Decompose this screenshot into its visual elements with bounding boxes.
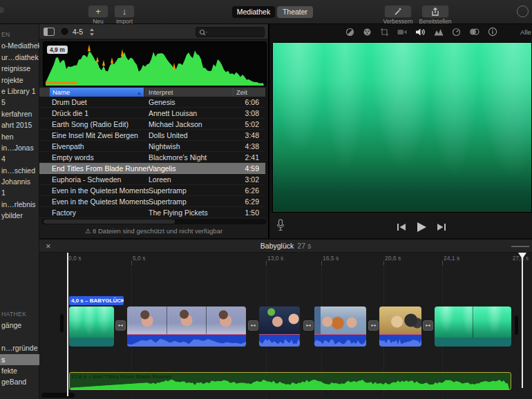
sidebar-item[interactable]: reignisse	[0, 63, 39, 74]
song-name: End Titles From Blade Runner	[52, 163, 149, 174]
import-button[interactable]: ↓	[114, 5, 135, 18]
column-header-interpret[interactable]: Interpret	[149, 88, 173, 97]
timeline-right-scroll-handle[interactable]	[515, 315, 518, 335]
sidebar-item[interactable]: Johannis	[0, 176, 39, 187]
table-row[interactable]: FactoryThe Flying Pickets1:50	[39, 207, 265, 218]
sidebar-item[interactable]	[0, 331, 39, 342]
sidebar-item[interactable]: hen	[0, 131, 39, 142]
song-artist: Supertramp	[149, 196, 187, 207]
new-button[interactable]: +	[88, 5, 108, 18]
timeline-clip-baby-dark[interactable]	[259, 306, 300, 347]
sidebar-item[interactable]: in…rlebnis	[0, 199, 39, 210]
volume-icon[interactable]	[415, 28, 426, 37]
song-name: Earth Song (Radio Edit)	[52, 119, 129, 130]
sidebar-item[interactable]: n…rgründe	[0, 342, 39, 353]
sidebar-item[interactable]: ur…diathek	[0, 52, 39, 63]
song-artist: Blackmore's Night	[149, 152, 207, 163]
table-row[interactable]: End Titles From Blade RunnerVangelis4:59	[39, 163, 265, 174]
table-row[interactable]: Empty wordsBlackmore's Night2:41	[39, 152, 265, 163]
browser-header: 4-5	[39, 24, 268, 39]
video-preview[interactable]	[272, 42, 532, 213]
microphone-icon[interactable]	[276, 219, 285, 233]
skip-forward-icon[interactable]	[437, 223, 446, 231]
timeline-clip-baby-closeup[interactable]	[127, 306, 246, 347]
sidebar-item[interactable]: ahrt 2015	[0, 119, 39, 130]
transition-icon[interactable]: ▸◂	[303, 320, 314, 331]
table-row[interactable]: Drum DuetGenesis6:06	[39, 97, 265, 108]
sidebar-item[interactable]: gänge	[0, 320, 39, 331]
table-row[interactable]: Even in the Quietest MomentsSupertramp6:…	[39, 196, 265, 207]
sidebar-item[interactable]: ybilder	[0, 210, 39, 221]
sidebar-item[interactable]: geBand	[0, 376, 39, 387]
info-icon[interactable]	[488, 27, 497, 37]
sidebar-section-header: HATHEK	[0, 309, 39, 320]
playhead-marker-icon[interactable]	[518, 253, 526, 259]
column-header-name[interactable]: Name ▲	[50, 88, 144, 97]
crop-icon[interactable]	[380, 28, 389, 37]
transition-icon[interactable]: ▸◂	[368, 320, 379, 331]
timeline-header: × Babyglück27 s	[39, 240, 532, 253]
song-duration: 4:38	[245, 141, 259, 152]
playhead[interactable]	[67, 253, 68, 396]
timeline-clip-underwater-2[interactable]	[435, 306, 511, 347]
column-header-zeit[interactable]: Zeit	[236, 88, 247, 97]
song-duration: 4:59	[245, 163, 259, 174]
timeline-clip-room[interactable]	[314, 306, 366, 347]
table-row[interactable]: Earth Song (Radio Edit)Michael Jackson5:…	[39, 119, 265, 130]
help-circle-button[interactable]	[517, 6, 529, 17]
timeline-clip-underwater-1[interactable]	[69, 306, 114, 347]
table-row[interactable]: Eine Insel Mit Zwei BergenDolls United3:…	[39, 130, 265, 141]
color-balance-icon[interactable]	[345, 28, 354, 37]
stabilization-icon[interactable]	[397, 28, 407, 36]
zoom-slider[interactable]	[511, 246, 529, 247]
sidebar-item[interactable]: s	[0, 354, 39, 365]
window-control[interactable]	[0, 7, 4, 13]
sidebar-item[interactable]: in…Jonas	[0, 142, 39, 153]
sidebar-item[interactable]: rojekte	[0, 75, 39, 86]
skip-back-icon[interactable]	[397, 223, 406, 231]
sidebar-item[interactable]: 1	[0, 187, 39, 198]
share-button[interactable]	[421, 5, 449, 18]
sidebar-item[interactable]: 5	[0, 97, 39, 108]
overflow-label[interactable]: Alle	[520, 28, 531, 36]
transition-icon[interactable]: ▸◂	[115, 320, 126, 331]
source-popup[interactable]: 4-5	[73, 28, 83, 36]
tab-mediathek[interactable]: Mediathek	[232, 6, 275, 18]
timeline-left-scroll-handle[interactable]	[60, 314, 64, 332]
table-row[interactable]: Drück die 1Annett Louisan3:08	[39, 108, 265, 119]
sidebar-item[interactable]: o-Mediathek	[0, 40, 39, 51]
noise-reduction-icon[interactable]	[434, 28, 444, 36]
viewer-panel: Alle	[268, 24, 532, 238]
play-icon[interactable]	[416, 222, 427, 233]
song-name: Drum Duet	[52, 97, 87, 108]
color-correction-icon[interactable]	[363, 28, 372, 37]
table-row[interactable]: Euphoria - SchwedenLoreen3:02	[39, 174, 265, 185]
tab-theater[interactable]: Theater	[277, 6, 313, 18]
sidebar-toggle-icon[interactable]	[44, 28, 55, 36]
project-title: Babyglück27 s	[39, 242, 532, 250]
table-row[interactable]: ElvenpathNightwish4:38	[39, 141, 265, 152]
scrollbar-thumb[interactable]	[44, 220, 175, 224]
table-horizontal-scrollbar[interactable]	[41, 219, 267, 224]
sidebar-item[interactable]: in…schied	[0, 165, 39, 176]
song-duration: 3:08	[245, 108, 259, 119]
effects-icon[interactable]	[469, 28, 479, 36]
sidebar-item[interactable]: kerfahren	[0, 108, 39, 119]
skimmer-playhead[interactable]	[522, 253, 523, 388]
sidebar-item[interactable]: fekte	[0, 365, 39, 376]
transition-icon[interactable]: ▸◂	[423, 320, 433, 331]
audio-preview-panel[interactable]: 4,9 m	[43, 41, 267, 87]
timeline-clip-yellow[interactable]	[379, 306, 421, 347]
enhance-button[interactable]	[384, 5, 412, 18]
plus-icon: +	[95, 6, 101, 17]
song-artist: Nightwish	[149, 141, 180, 152]
ruler-tick-label: 0,0 s	[68, 255, 81, 262]
search-input[interactable]	[196, 27, 265, 37]
audio-clip-blade-runner[interactable]: 27,6 s – End Titles From Blade Runner	[69, 372, 511, 390]
timeline-bottom-scrollbar[interactable]	[41, 393, 75, 398]
sidebar-item[interactable]: 4	[0, 153, 39, 164]
table-row[interactable]: Even in the Quietest MomentsSupertramp6:…	[39, 185, 265, 196]
sidebar-item[interactable]: e Library 1	[0, 86, 39, 97]
transition-icon[interactable]: ▸◂	[248, 320, 258, 331]
speed-icon[interactable]	[452, 28, 461, 37]
